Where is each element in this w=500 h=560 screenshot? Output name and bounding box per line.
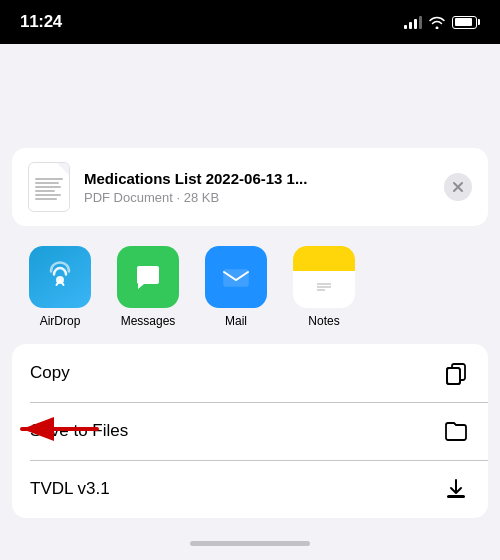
mail-app-icon [205,246,267,308]
file-meta: PDF Document · 28 KB [84,190,430,205]
copy-icon [442,359,470,387]
signal-icon [404,16,422,29]
close-button[interactable] [444,173,472,201]
svg-rect-7 [447,368,460,384]
mail-label: Mail [225,314,247,328]
app-item-airdrop[interactable]: AirDrop [16,246,104,328]
file-info: Medications List 2022-06-13 1... PDF Doc… [84,169,430,206]
action-tvdl-label: TVDL v3.1 [30,479,110,499]
apps-row: AirDrop Messages Mail [0,226,500,344]
home-indicator-bar [0,526,500,560]
download-icon [442,475,470,503]
actions-list: Copy Save to Files [12,344,488,518]
status-time: 11:24 [20,12,62,32]
svg-rect-10 [447,495,465,498]
app-item-notes[interactable]: Notes [280,246,368,328]
notes-app-icon [293,246,355,308]
airdrop-label: AirDrop [40,314,81,328]
file-thumbnail [28,162,70,212]
svg-rect-1 [224,270,248,286]
status-icons [404,16,480,29]
app-item-mail[interactable]: Mail [192,246,280,328]
wifi-icon [429,16,445,29]
action-tvdl[interactable]: TVDL v3.1 [12,460,488,518]
folder-icon [442,417,470,445]
action-save-files-label: Save to Files [30,421,128,441]
notes-label: Notes [308,314,339,328]
file-preview: Medications List 2022-06-13 1... PDF Doc… [12,148,488,226]
share-sheet: Medications List 2022-06-13 1... PDF Doc… [0,136,500,560]
action-copy[interactable]: Copy [12,344,488,402]
file-name: Medications List 2022-06-13 1... [84,169,430,189]
messages-app-icon [117,246,179,308]
airdrop-app-icon [29,246,91,308]
status-bar: 11:24 [0,0,500,44]
action-save-to-files[interactable]: Save to Files [12,402,488,460]
messages-label: Messages [121,314,176,328]
app-item-messages[interactable]: Messages [104,246,192,328]
battery-icon [452,16,480,29]
home-indicator [190,541,310,546]
action-copy-label: Copy [30,363,70,383]
